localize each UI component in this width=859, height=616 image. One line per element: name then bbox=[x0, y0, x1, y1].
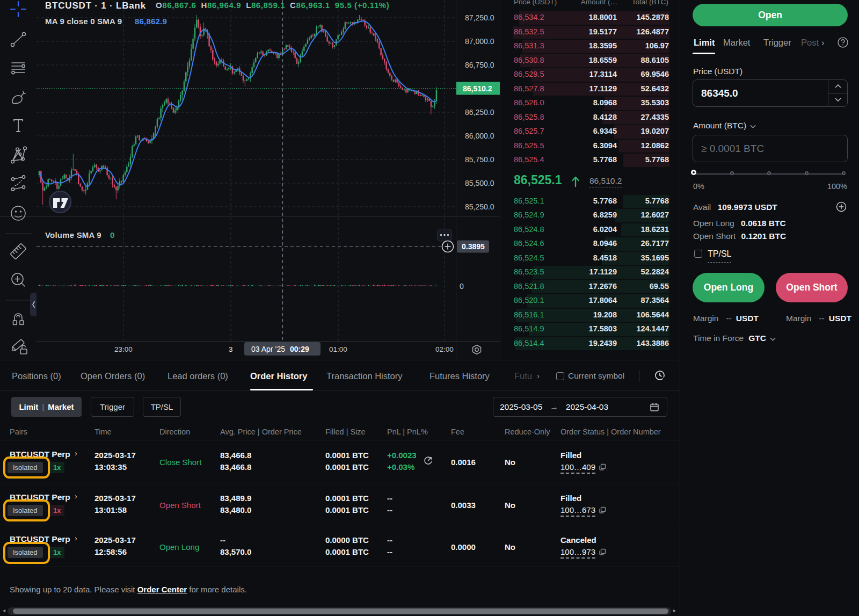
svg-text:86,750.0: 86,750.0 bbox=[465, 61, 494, 69]
svg-text:Volume SMA 9: Volume SMA 9 bbox=[45, 230, 101, 240]
svg-text:85,250.0: 85,250.0 bbox=[465, 202, 494, 211]
svg-text:86,250.0: 86,250.0 bbox=[465, 108, 494, 117]
svg-text:O86,867.6H86,964.9L86,859.1C86: O86,867.6H86,964.9L86,859.1C86,963.195.5… bbox=[156, 1, 389, 10]
svg-text:23:00: 23:00 bbox=[114, 345, 133, 353]
svg-text:BTCUSDT · 1 · LBank: BTCUSDT · 1 · LBank bbox=[45, 1, 146, 11]
svg-text:00:29: 00:29 bbox=[290, 345, 309, 353]
svg-text:86,862.9: 86,862.9 bbox=[135, 17, 167, 26]
svg-text:01:00: 01:00 bbox=[329, 345, 347, 353]
svg-text:03 Apr ’25: 03 Apr ’25 bbox=[251, 345, 285, 353]
svg-text:02:00: 02:00 bbox=[435, 345, 454, 353]
svg-text:86,510.2: 86,510.2 bbox=[463, 84, 492, 93]
svg-text:0: 0 bbox=[460, 282, 464, 291]
svg-text:85,500.0: 85,500.0 bbox=[465, 179, 494, 187]
svg-text:87,000.0: 87,000.0 bbox=[465, 37, 494, 46]
svg-text:87,250.0: 87,250.0 bbox=[465, 13, 494, 22]
svg-text:MA 9 close 0 SMA 9: MA 9 close 0 SMA 9 bbox=[45, 17, 122, 26]
svg-text:0.3895: 0.3895 bbox=[462, 242, 485, 251]
svg-text:0: 0 bbox=[110, 230, 115, 240]
svg-text:3: 3 bbox=[229, 345, 233, 353]
svg-text:85,750.0: 85,750.0 bbox=[465, 155, 494, 164]
svg-text:86,000.0: 86,000.0 bbox=[465, 132, 494, 140]
